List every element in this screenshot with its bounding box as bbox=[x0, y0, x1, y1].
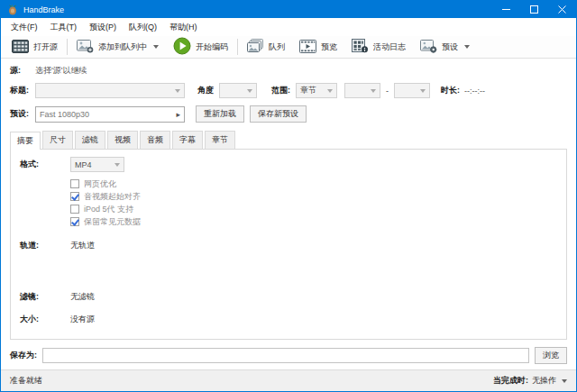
option-label: iPod 5代 支持 bbox=[84, 204, 133, 215]
tabstrip: 摘要 尺寸 滤镜 视频 音频 字幕 章节 bbox=[10, 131, 567, 149]
size-label: 大小: bbox=[20, 314, 70, 325]
source-row: 源: 选择'源'以继续 bbox=[10, 65, 567, 77]
checkbox bbox=[70, 217, 79, 226]
option-align-av-start: 音视频起始对齐 bbox=[70, 190, 566, 203]
chevron-down-icon bbox=[247, 89, 252, 93]
range-end-select bbox=[394, 83, 430, 98]
preset-row: 预设: Fast 1080p30 ▸ 重新加载 保存新预设 bbox=[10, 105, 567, 123]
chevron-down-icon bbox=[175, 89, 180, 93]
checkbox bbox=[70, 192, 79, 201]
range-start-select bbox=[344, 83, 380, 98]
tab-summary[interactable]: 摘要 bbox=[10, 132, 41, 150]
format-row: 格式: MP4 bbox=[20, 157, 566, 172]
title-label: 标题: bbox=[10, 85, 35, 96]
range-type-select: 章节 bbox=[296, 83, 337, 98]
summary-panel: 格式: MP4 网页优化 音视频起始对齐 iPod 5代 支持 bbox=[10, 149, 567, 340]
menu-presets[interactable]: 预设(P) bbox=[83, 19, 123, 36]
angle-label: 角度 bbox=[197, 85, 214, 96]
toolbar: 打开源 添加到队列中 开始编码 bbox=[1, 36, 576, 59]
checkbox bbox=[70, 205, 79, 214]
chevron-down-icon bbox=[562, 379, 567, 383]
browse-button[interactable]: 浏览 bbox=[535, 347, 567, 364]
angle-select bbox=[219, 83, 257, 98]
chevron-down-icon bbox=[464, 45, 470, 49]
option-label: 音视频起始对齐 bbox=[84, 191, 141, 203]
tab-subtitles[interactable]: 字幕 bbox=[172, 131, 203, 149]
tab-chapters[interactable]: 章节 bbox=[205, 131, 235, 149]
tab-filters[interactable]: 滤镜 bbox=[75, 131, 105, 149]
option-web-optimized: 网页优化 bbox=[70, 178, 566, 190]
filters-label: 滤镜: bbox=[20, 291, 70, 303]
preset-label: 预设: bbox=[10, 108, 35, 120]
film-preview-icon bbox=[299, 40, 316, 55]
tab-dimensions[interactable]: 尺寸 bbox=[42, 131, 73, 149]
presets-label: 预设 bbox=[442, 41, 458, 53]
checkbox bbox=[70, 179, 79, 188]
preset-select[interactable]: Fast 1080p30 ▸ bbox=[35, 106, 185, 123]
format-select: MP4 bbox=[70, 157, 124, 172]
option-keep-metadata: 保留常见元数据 bbox=[70, 215, 566, 228]
play-icon bbox=[173, 37, 191, 57]
minimize-button[interactable] bbox=[492, 1, 520, 18]
film-slate-icon bbox=[12, 40, 29, 55]
filters-row: 滤镜: 无滤镜 bbox=[20, 291, 566, 303]
queue-button[interactable]: 队列 bbox=[240, 37, 292, 58]
close-button[interactable] bbox=[548, 1, 576, 18]
add-picture-icon bbox=[77, 39, 94, 55]
preset-gear-icon bbox=[420, 39, 437, 55]
reload-preset-button[interactable]: 重新加载 bbox=[196, 105, 244, 123]
chevron-down-icon bbox=[327, 89, 333, 93]
option-ipod-support: iPod 5代 支持 bbox=[70, 203, 566, 215]
tracks-row: 轨道: 无轨道 bbox=[20, 240, 566, 251]
toolbar-separator bbox=[237, 39, 238, 55]
handbrake-logo-icon bbox=[7, 5, 18, 15]
menu-help[interactable]: 帮助(H) bbox=[163, 19, 204, 36]
size-value: 没有源 bbox=[70, 314, 95, 325]
title-select bbox=[35, 83, 185, 98]
toolbar-separator bbox=[67, 39, 68, 55]
chevron-down-icon bbox=[371, 89, 376, 93]
preview-button[interactable]: 预览 bbox=[292, 37, 344, 58]
handbrake-window: HandBrake 文件(F) 工具(T) 预设(P) 队列(Q) 帮助(H) bbox=[0, 0, 577, 392]
activity-log-button[interactable]: 活动日志 bbox=[344, 37, 413, 58]
tab-video[interactable]: 视频 bbox=[107, 131, 138, 149]
duration-value: --:--:-- bbox=[464, 87, 485, 96]
range-separator: - bbox=[386, 87, 389, 96]
queue-label: 队列 bbox=[269, 41, 285, 53]
presets-button[interactable]: 预设 bbox=[413, 37, 477, 58]
option-label: 网页优化 bbox=[84, 178, 116, 190]
start-encode-button[interactable]: 开始编码 bbox=[166, 37, 235, 58]
chevron-down-icon bbox=[420, 89, 426, 93]
filters-value: 无滤镜 bbox=[70, 291, 95, 303]
when-done-dropdown[interactable]: 当完成时: 无操作 bbox=[493, 375, 567, 387]
tracks-label: 轨道: bbox=[20, 240, 70, 251]
photo-stack-icon bbox=[247, 39, 264, 55]
chevron-right-icon: ▸ bbox=[176, 110, 180, 119]
open-source-button[interactable]: 打开源 bbox=[5, 37, 65, 58]
save-path-input[interactable] bbox=[42, 348, 529, 363]
source-label: 源: bbox=[10, 65, 35, 77]
chevron-down-icon bbox=[153, 45, 159, 49]
save-row: 保存为: 浏览 bbox=[10, 347, 567, 364]
status-text: 准备就绪 bbox=[10, 375, 42, 387]
start-encode-label: 开始编码 bbox=[196, 41, 228, 53]
menu-tools[interactable]: 工具(T) bbox=[44, 19, 84, 36]
activity-log-label: 活动日志 bbox=[373, 41, 406, 53]
source-value: 选择'源'以继续 bbox=[35, 65, 87, 77]
add-to-queue-button[interactable]: 添加到队列中 bbox=[69, 37, 166, 58]
save-as-label: 保存为: bbox=[10, 350, 42, 361]
option-label: 保留常见元数据 bbox=[84, 216, 141, 228]
maximize-button[interactable] bbox=[520, 1, 548, 18]
when-done-label: 当完成时: bbox=[493, 375, 528, 387]
titlebar: HandBrake bbox=[1, 1, 576, 18]
main-content: 源: 选择'源'以继续 标题: 角度 范围: 章节 - 时长: - bbox=[1, 59, 576, 369]
format-label: 格式: bbox=[20, 159, 70, 170]
menu-queue[interactable]: 队列(Q) bbox=[123, 19, 163, 36]
menubar: 文件(F) 工具(T) 预设(P) 队列(Q) 帮助(H) bbox=[1, 18, 576, 36]
activity-log-icon bbox=[352, 39, 369, 55]
menu-file[interactable]: 文件(F) bbox=[5, 19, 44, 36]
save-new-preset-button[interactable]: 保存新预设 bbox=[250, 105, 307, 123]
window-title: HandBrake bbox=[23, 5, 492, 14]
tab-audio[interactable]: 音频 bbox=[140, 131, 170, 149]
preview-label: 预览 bbox=[321, 41, 337, 53]
